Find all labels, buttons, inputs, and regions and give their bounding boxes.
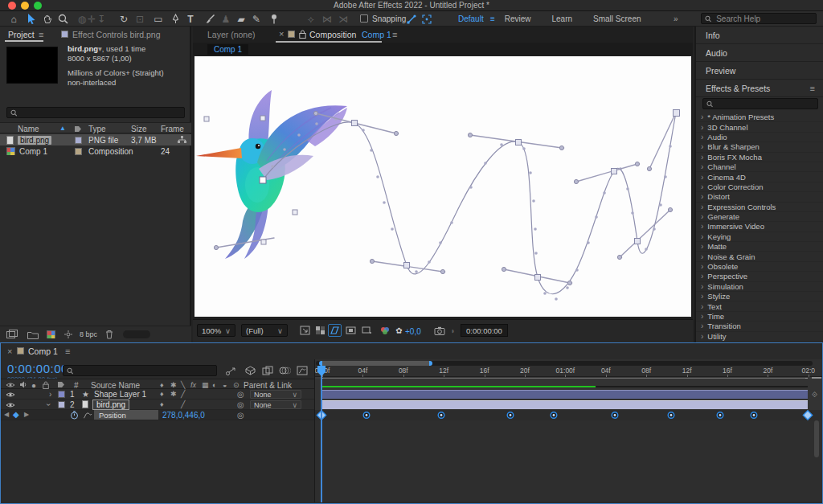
layer1-track[interactable] <box>314 389 822 400</box>
snapping-checkbox[interactable] <box>360 14 368 23</box>
zoom-tool[interactable] <box>55 11 70 27</box>
keyframe-diamond[interactable] <box>803 411 812 420</box>
home-tool[interactable]: ⌂ <box>6 11 21 27</box>
effects-category[interactable]: › Keying <box>696 232 823 242</box>
close-tab-icon[interactable]: × <box>7 346 12 356</box>
layer-visibility-eye-icon[interactable] <box>6 391 15 398</box>
workspace-tab[interactable]: Default <box>458 14 484 23</box>
layer-name[interactable]: Shape Layer 1 <box>94 390 146 399</box>
column-type[interactable]: Type <box>88 125 106 133</box>
effects-category[interactable]: › Utility <box>696 332 823 342</box>
footage-filename[interactable]: bird.png <box>68 44 98 53</box>
tab-project[interactable]: Project <box>8 30 35 39</box>
unified-camera-tool[interactable]: ⊡ <box>133 11 147 27</box>
collapsed-panel-header[interactable]: Info <box>696 27 823 44</box>
property-pickwhip-icon[interactable]: ◎ <box>237 411 244 420</box>
table-row-comp[interactable]: Comp 1 Composition 24 <box>0 145 191 157</box>
property-graph-icon[interactable] <box>83 412 92 420</box>
zoom-scrollbar-handle[interactable] <box>319 361 432 366</box>
empty-track-area[interactable] <box>314 420 822 502</box>
timeline-vertical-scrollbar[interactable] <box>814 420 819 457</box>
effects-category[interactable]: › Transition <box>696 322 823 331</box>
snapshot-camera-icon[interactable] <box>432 324 446 337</box>
label-color-swatch[interactable] <box>75 148 82 155</box>
eraser-tool[interactable]: ▰ <box>234 11 248 27</box>
effects-category[interactable]: › Obsolete <box>696 262 823 272</box>
clone-stamp-tool[interactable]: ♟ <box>219 11 233 27</box>
lock-icon[interactable] <box>299 30 306 39</box>
collapse-switch-icon[interactable]: ✱ <box>170 381 177 389</box>
workspace-tab[interactable]: Learn <box>551 14 572 23</box>
quality-switch[interactable]: ╱ <box>181 390 185 398</box>
video-column-eye-icon[interactable] <box>6 382 15 388</box>
effects-category[interactable]: › Time <box>696 312 823 322</box>
trash-icon[interactable] <box>105 330 113 339</box>
rotation-tool[interactable]: ↻ <box>117 11 131 27</box>
row-name[interactable]: Comp 1 <box>19 147 47 156</box>
exposure-icon[interactable]: ✿ <box>392 324 406 337</box>
brush-tool[interactable] <box>203 11 217 27</box>
pen-tool[interactable] <box>168 11 182 27</box>
motion-blur-switch-icon[interactable]: ◐ <box>212 381 216 389</box>
property-name-chip[interactable]: Position <box>94 410 158 420</box>
timeline-splitter[interactable] <box>314 359 315 502</box>
timeline-search-box[interactable] <box>63 365 217 376</box>
viewer-timecode[interactable]: 0:00:00:00 <box>461 324 508 337</box>
keyframes[interactable] <box>314 410 822 420</box>
playhead-line[interactable] <box>321 366 322 502</box>
parent-dropdown[interactable]: None∨ <box>250 390 301 399</box>
stopwatch-icon[interactable] <box>70 411 79 420</box>
table-row-bird[interactable]: bird.png PNG file 3,7 MB <box>0 134 191 145</box>
effects-panel-menu-icon[interactable]: ≡ <box>810 84 815 93</box>
layer-row-bird[interactable]: › 2 bird.png ♦ ╱ ◎ None∨ <box>1 400 314 410</box>
shy-switch[interactable]: ♦ <box>160 390 164 398</box>
effects-category[interactable]: › 3D Channel <box>696 122 823 132</box>
label-color-swatch[interactable] <box>75 137 82 144</box>
project-search-box[interactable] <box>6 107 185 118</box>
effects-category[interactable]: › Stylize <box>696 292 823 301</box>
adjustment-switch-icon[interactable]: ◒ <box>223 381 227 389</box>
puppet-pin-tool[interactable] <box>267 11 281 27</box>
snap-expand-icon[interactable] <box>420 11 434 27</box>
workspace-overflow-chevrons[interactable]: » <box>674 14 678 23</box>
effects-category[interactable]: › Generate <box>696 212 823 222</box>
effects-category[interactable]: › Cinema 4D <box>696 172 823 182</box>
path-keyframes[interactable] <box>352 110 680 281</box>
search-help-box[interactable] <box>701 13 817 24</box>
choose-grid-icon[interactable] <box>298 324 312 337</box>
show-channel-icon[interactable] <box>378 324 391 337</box>
region-of-interest-icon[interactable] <box>328 324 342 337</box>
type-tool[interactable]: T <box>183 11 198 27</box>
effects-search-box[interactable] <box>702 98 818 109</box>
magnification-dropdown[interactable]: 100%∨ <box>197 324 235 337</box>
effects-category[interactable]: › Boris FX Mocha <box>696 153 823 162</box>
selection-tool[interactable] <box>24 11 39 27</box>
resolution-dropdown[interactable]: (Full)∨ <box>241 324 288 337</box>
frame-blending-icon[interactable] <box>260 364 275 377</box>
roto-brush-tool[interactable]: ✎ <box>249 11 264 27</box>
effects-presets-header[interactable]: Effects & Presets ≡ <box>696 80 823 97</box>
toggle-mask-visibility-icon[interactable] <box>344 324 358 337</box>
effects-category[interactable]: › Blur & Sharpen <box>696 142 823 152</box>
collapsed-panel-header[interactable]: Audio <box>696 44 823 62</box>
column-size[interactable]: Size <box>131 125 146 133</box>
effects-category[interactable]: › Simulation <box>696 282 823 292</box>
tab-comp-timeline[interactable]: Comp 1 <box>28 346 58 356</box>
effects-category[interactable]: › Perspective <box>696 272 823 281</box>
expand-chevron-icon[interactable]: › <box>49 390 51 399</box>
layer-row-shape[interactable]: › 1 ★ Shape Layer 1 ♦ ✱ ╱ ◎ None∨ <box>1 389 314 400</box>
shy-switch-icon[interactable]: ♦ <box>160 381 164 389</box>
tab-effect-controls[interactable]: Effect Controls bird.png <box>72 30 161 39</box>
threed-switch-icon[interactable]: ⊙ <box>233 381 240 389</box>
effects-category[interactable]: › Text <box>696 301 823 311</box>
time-ruler[interactable]: 0:00f04f08f12f16f20f01:00f04f08f12f16f20… <box>314 359 822 377</box>
previous-keyframe-button[interactable]: ◀ <box>4 411 9 418</box>
tab-composition-name[interactable]: Comp 1 <box>362 30 391 39</box>
world-axis-mode-icon[interactable]: ⋈ <box>320 11 334 27</box>
new-composition-icon[interactable] <box>47 330 55 338</box>
color-depth-button[interactable]: 8 bpc <box>80 330 97 338</box>
timeline-panel-menu-icon[interactable]: ≡ <box>65 346 70 356</box>
parent-pickwhip-icon[interactable]: ◎ <box>237 400 244 409</box>
collapse-chevron-icon[interactable]: › <box>44 404 53 406</box>
motion-blur-icon[interactable] <box>277 364 292 377</box>
